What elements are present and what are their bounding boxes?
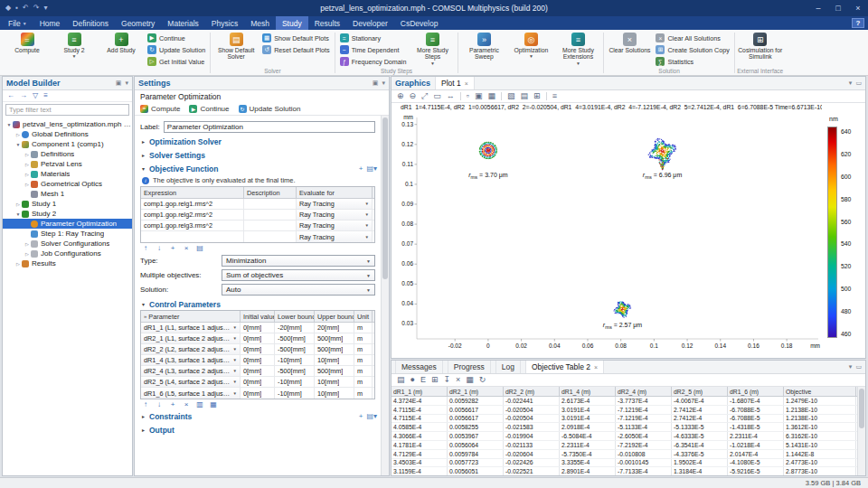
lower-cell[interactable]: -500[mm] (275, 333, 315, 343)
unit-cell[interactable]: m (354, 344, 373, 354)
initial-cell[interactable]: 0[mm] (241, 333, 275, 343)
parameter-dropdown[interactable]: dR2_4 (L3, surface 2 adjustment)▼ (141, 366, 241, 376)
menu-study[interactable]: Study (276, 16, 308, 30)
table-row[interactable]: 4.1781E-40.0056064-0.0211332.2311E-4-7.2… (392, 441, 857, 450)
table-settings-icon[interactable]: ▤ (397, 376, 405, 384)
menu-home[interactable]: Home (33, 16, 67, 30)
plot-area[interactable]: dR1_1=4.7115E-4, dR2_1=0.0056617, dR2_2=… (392, 103, 865, 358)
initial-cell[interactable]: 0[mm] (241, 377, 275, 387)
type-select[interactable]: Minimization▼ (222, 255, 375, 267)
load-file-icon[interactable]: ▥ (195, 401, 204, 408)
pin-panel-icon[interactable]: ▣ (373, 80, 379, 87)
ribbon-get-initial-value-button[interactable]: ▷Get Initial Value (146, 56, 207, 67)
save-file-icon[interactable]: ▦ (209, 401, 218, 408)
menu-materials[interactable]: Materials (161, 16, 204, 30)
ribbon-more-study-steps-button[interactable]: ≡More Study Steps▼ (410, 32, 455, 66)
toolbar-menu-icon[interactable]: ▾ (43, 5, 47, 12)
panel-menu-icon[interactable]: ▾ (382, 80, 385, 87)
table-scrollbar[interactable] (857, 387, 865, 475)
tree-item-job-configurations[interactable]: ▷Job Configurations (3, 249, 132, 258)
parameter-dropdown[interactable]: dR2_2 (L2, surface 2 adjustment)▼ (141, 344, 241, 354)
tree-item-study-2[interactable]: ▼Study 2 (3, 209, 132, 219)
solution-select[interactable]: Auto▼ (222, 284, 375, 296)
section-optimization-solver[interactable]: ▸ Optimization Solver (140, 136, 379, 147)
lower-cell[interactable]: -10[mm] (275, 388, 315, 399)
grid-icon[interactable]: ▦ (488, 92, 496, 100)
unit-cell[interactable]: m (354, 377, 373, 387)
unit-cell[interactable]: m (354, 333, 373, 343)
menu-file[interactable]: File▼ (2, 16, 33, 30)
menu-geometry[interactable]: Geometry (115, 16, 161, 30)
table-row[interactable]: 4.0585E-40.0058255-0.0215832.0918E-4-5.1… (392, 423, 857, 432)
section-solver-settings[interactable]: ▸ Solver Settings (140, 149, 379, 161)
unit-cell[interactable]: m (354, 366, 373, 376)
tree-item-mesh-1[interactable]: Mesh 1 (3, 189, 132, 199)
expand-closed-icon[interactable]: ▷ (24, 152, 31, 157)
initial-cell[interactable]: 0[mm] (241, 344, 275, 354)
pin-panel-icon[interactable]: ▣ (116, 80, 122, 87)
move-up-icon[interactable]: ↑ (141, 245, 150, 252)
ribbon-cosimulation-for-simulink-button[interactable]: ⊞Cosimulation for Simulink (738, 32, 783, 61)
float-panel-icon[interactable]: ▭ (855, 80, 862, 87)
parameter-dropdown[interactable]: dR1_6 (L5, surface 1 adjustment)▼ (141, 388, 241, 399)
ribbon-stationary-button[interactable]: =Stationary (338, 33, 409, 43)
expand-closed-icon[interactable]: ▷ (14, 261, 22, 267)
table-row[interactable]: 4.3724E-40.0059282-0.0224412.6173E-4-3.7… (392, 397, 857, 406)
plot-table-icon[interactable]: ▦ (466, 376, 474, 384)
constraints-menu-icon[interactable]: ▤▾ (366, 413, 377, 420)
parameter-dropdown[interactable]: dR1_1 (L1, surface 1 adjustment)▼ (141, 323, 241, 333)
undo-icon[interactable]: ↶ (23, 5, 29, 12)
objective-menu-icon[interactable]: ▤▾ (366, 165, 377, 173)
close-tab-icon[interactable]: × (465, 80, 468, 87)
ribbon-update-solution-button[interactable]: ↻Update Solution (146, 44, 207, 55)
tree-item-global-definitions[interactable]: ▷Global Definitions (3, 129, 132, 139)
move-down-icon[interactable]: ↓ (155, 401, 164, 408)
ribbon-more-study-extensions-button[interactable]: ≡More Study Extensions▼ (555, 32, 600, 66)
ribbon-frequency-domain-button[interactable]: ƒFrequency Domain (338, 56, 409, 67)
section-objective-function[interactable]: ▾ Objective Function + ▤▾ (140, 163, 379, 174)
evaluate-for-dropdown[interactable]: Ray Tracing▼ (297, 199, 373, 209)
zoom-extents-icon[interactable]: ⤢ (421, 92, 428, 100)
menu-results[interactable]: Results (308, 16, 346, 30)
section-control-parameters[interactable]: ▾ Control Parameters (140, 298, 379, 310)
move-up-icon[interactable]: ↑ (141, 401, 150, 408)
menu-csdevelop[interactable]: CsDevelop (394, 16, 445, 30)
unit-cell[interactable]: m (354, 355, 373, 365)
tree-item-materials[interactable]: ▷Materials (3, 169, 132, 179)
table-row[interactable]: 4.7115E-40.0056617-0.0205043.0191E-4-7.1… (392, 406, 857, 415)
expand-closed-icon[interactable]: ▷ (14, 202, 22, 207)
ribbon-time-dependent-button[interactable]: ~Time Dependent (338, 44, 409, 55)
initial-cell[interactable]: 0[mm] (241, 323, 275, 333)
save-icon[interactable]: ▪ (15, 5, 18, 12)
copy-plot-icon[interactable]: ⊞ (533, 92, 541, 100)
settings-continue-button[interactable]: ▶Continue (189, 105, 229, 113)
ribbon-clear-solutions-button[interactable]: ×Clear Solutions (607, 32, 652, 53)
redo-icon[interactable]: ↷ (33, 5, 40, 12)
float-panel-icon[interactable]: ▭ (855, 363, 862, 371)
label-input[interactable] (164, 121, 375, 133)
full-precision-icon[interactable]: ● (410, 376, 415, 384)
lower-cell[interactable]: -10[mm] (275, 355, 315, 365)
expand-open-icon[interactable]: ▼ (14, 142, 22, 147)
upper-cell[interactable]: 500[mm] (315, 333, 354, 343)
select-mode-icon[interactable]: ▫ (467, 92, 469, 100)
table-row[interactable]: 4.7115E-40.0056617-0.0205043.0191E-4-7.1… (392, 415, 857, 424)
lower-cell[interactable]: -20[mm] (275, 323, 315, 333)
menu-physics[interactable]: Physics (205, 16, 244, 30)
close-tab-icon[interactable]: × (594, 364, 598, 371)
sort-icon[interactable]: » (144, 314, 146, 319)
settings-scrollbar[interactable] (381, 116, 389, 475)
filter-icon[interactable]: ▽ (33, 92, 38, 99)
lower-cell[interactable]: -500[mm] (275, 366, 315, 376)
tree-item-component-1-comp1[interactable]: ▼Component 1 (comp1) (3, 139, 132, 149)
tab-messages[interactable]: Messages (395, 361, 443, 373)
ribbon-add-study-button[interactable]: +Add Study (99, 32, 144, 53)
initial-cell[interactable]: 0[mm] (241, 366, 275, 376)
settings-update-solution-button[interactable]: ↻Update Solution (239, 105, 301, 113)
multiple-objectives-select[interactable]: Sum of objectives▼ (222, 269, 375, 281)
initial-cell[interactable]: 0[mm] (241, 388, 275, 399)
ribbon-show-default-solver-button[interactable]: ▤Show Default Solver (213, 32, 259, 61)
description-cell[interactable] (244, 210, 297, 220)
tree-item-study-1[interactable]: ▷Study 1 (3, 199, 132, 209)
ribbon-show-default-plots-button[interactable]: ▦Show Default Plots (260, 33, 332, 43)
